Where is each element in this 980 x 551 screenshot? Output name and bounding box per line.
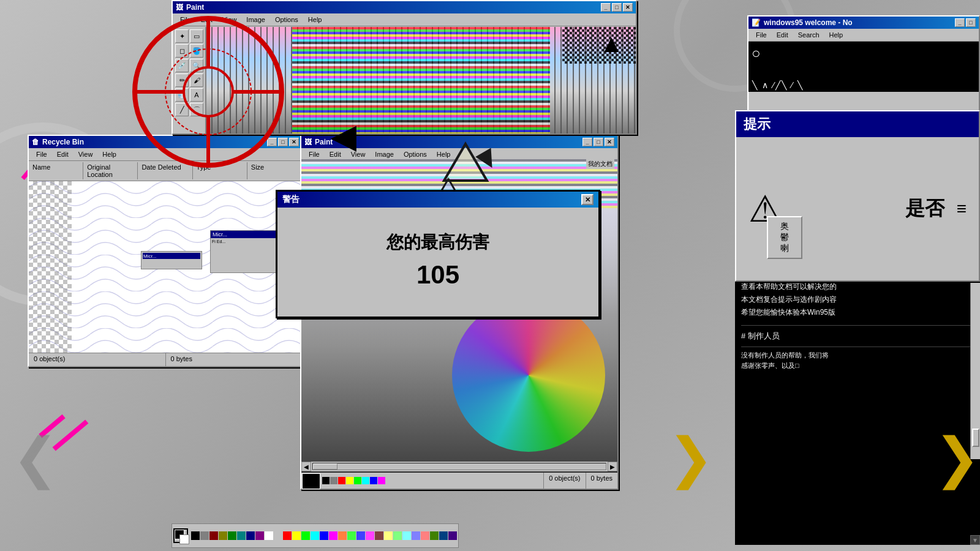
mini-window-1: Micr... Fi Ed... <box>210 230 284 273</box>
notepad-menu-search[interactable]: Search <box>793 30 824 40</box>
palette-steelblue[interactable] <box>439 531 448 540</box>
paint2-scroll-left[interactable]: ◀ <box>301 462 311 471</box>
palette-lightgreen[interactable] <box>347 531 356 540</box>
paint2-scroll-right[interactable]: ▶ <box>608 462 617 471</box>
notepad-content-panel: 查看本帮助文档可以解决您的 本文档复合提示与选作剧内容 希望您能愉快体验本Win… <box>735 276 980 545</box>
notepad-title-text: windows95 welcome - No <box>764 18 853 27</box>
bottom-color-palette <box>172 523 459 548</box>
palette-yellow[interactable] <box>292 531 301 540</box>
paint-close-btn[interactable]: ✕ <box>623 3 633 12</box>
notepad-scroll-down[interactable]: ▼ <box>970 535 980 545</box>
hamburger-menu[interactable]: ≡ <box>957 199 967 219</box>
palette-lightyellow[interactable] <box>384 531 393 540</box>
alert-body: 您的最高伤害 105 <box>277 208 598 313</box>
recycle-menu-edit[interactable]: Edit <box>52 149 74 159</box>
palette-gray[interactable] <box>200 531 209 540</box>
notepad-title-section: 📝 windows95 welcome - No <box>752 18 853 27</box>
palette-darkgreen[interactable] <box>228 531 236 540</box>
notepad-line-1: 查看本帮助文档可以解决您的 <box>741 282 974 292</box>
recycle-menu-view[interactable]: View <box>74 149 98 159</box>
nav-arrow-left[interactable]: ❮ <box>12 425 58 490</box>
nav-arrow-right-far[interactable]: ❯ <box>934 425 980 490</box>
notepad-cursor-area: ○ <box>748 42 979 78</box>
notepad-menu-edit[interactable]: Edit <box>772 30 793 40</box>
nav-arrow-right-mid[interactable]: ❯ <box>668 425 714 490</box>
palette-purple[interactable] <box>255 531 264 540</box>
recycle-menu-file[interactable]: File <box>31 149 52 159</box>
palette-lightblue[interactable] <box>356 531 365 540</box>
cs-black[interactable] <box>322 477 330 484</box>
notepad-titlebar[interactable]: 📝 windows95 welcome - No _ □ <box>748 17 979 29</box>
paint-cursor-arrow: ▲ <box>599 30 624 58</box>
cs-green[interactable] <box>354 477 361 484</box>
paint2-scrollbar[interactable] <box>312 463 606 470</box>
palette-teal[interactable] <box>237 531 246 540</box>
paint2-scroll-thumb[interactable] <box>313 463 337 470</box>
color-fg-bg[interactable] <box>173 528 188 543</box>
palette-periwinkle[interactable] <box>412 531 420 540</box>
paint2-close-btn[interactable]: ✕ <box>605 138 614 146</box>
palette-white[interactable] <box>265 531 273 540</box>
palette-blue[interactable] <box>320 531 328 540</box>
notepad-menu-help[interactable]: Help <box>824 30 848 40</box>
cs-blue[interactable] <box>370 477 377 484</box>
paint2-menu-file[interactable]: File <box>304 149 325 159</box>
paint-menu-help[interactable]: Help <box>303 15 327 24</box>
palette-fuchsia[interactable] <box>329 531 337 540</box>
paint2-menu-image[interactable]: Image <box>370 149 399 159</box>
notepad-menu-file[interactable]: File <box>751 30 772 40</box>
palette-palegreen[interactable] <box>393 531 402 540</box>
paint2-minimize-btn[interactable]: _ <box>582 138 592 146</box>
recycle-icon: 🗑 <box>32 138 39 146</box>
cs-yellow[interactable] <box>346 477 353 484</box>
paint2-status-size: 0 bytes <box>586 473 617 489</box>
holo-circle <box>452 299 605 452</box>
paint2-title: Paint <box>315 138 333 146</box>
cs-red[interactable] <box>338 477 345 484</box>
palette-cyan[interactable] <box>311 531 319 540</box>
paint-minimize-btn[interactable]: _ <box>601 3 611 12</box>
notepad-minimize-btn[interactable]: _ <box>955 18 965 27</box>
tishi-button[interactable]: 奥鬱喇 <box>767 216 802 259</box>
recycle-col-name[interactable]: Name <box>29 162 83 179</box>
recycle-status-size: 0 bytes <box>166 353 303 366</box>
palette-black[interactable] <box>191 531 200 540</box>
cs-gray[interactable] <box>330 477 337 484</box>
alert-close-btn[interactable]: ✕ <box>581 194 594 205</box>
notepad-line-8: 感谢张零声、以及□ <box>741 361 974 370</box>
alert-titlebar[interactable]: 警告 ✕ <box>277 192 598 208</box>
palette-yellowgreen[interactable] <box>430 531 439 540</box>
palette-red[interactable] <box>283 531 292 540</box>
notepad-credits-header: # 制作人员 <box>741 331 974 342</box>
cs-cyan[interactable] <box>362 477 369 484</box>
palette-olive[interactable] <box>219 531 227 540</box>
paint2-fg-color[interactable] <box>302 473 320 489</box>
palette-silver[interactable] <box>274 531 282 540</box>
paint-titlebar-buttons: _ □ ✕ <box>601 3 633 12</box>
palette-salmon[interactable] <box>421 531 429 540</box>
crosshair-overlay <box>123 6 294 178</box>
notepad-cursor: ○ <box>752 45 761 61</box>
alert-message: 您的最高伤害 <box>386 231 489 254</box>
paint2-titlebar-buttons: _ □ ✕ <box>582 138 614 146</box>
palette-indigo[interactable] <box>448 531 457 540</box>
palette-orchid[interactable] <box>366 531 374 540</box>
cs-magenta[interactable] <box>378 477 385 484</box>
palette-brown[interactable] <box>375 531 383 540</box>
paint-maximize-btn[interactable]: □ <box>612 3 622 12</box>
paint2-status-objects: 0 object(s) <box>543 473 585 489</box>
notepad-maximize-btn[interactable]: □ <box>966 18 976 27</box>
deco-small-window: Micr... <box>141 251 202 269</box>
paint2-maximize-btn[interactable]: □ <box>594 138 603 146</box>
recycle-menu-help[interactable]: Help <box>97 149 121 159</box>
notepad-line-7: 没有制作人员的帮助，我们将 <box>741 351 974 360</box>
palette-orange[interactable] <box>338 531 347 540</box>
tishi-titlebar[interactable]: 提示 <box>736 111 979 137</box>
palette-navy[interactable] <box>246 531 255 540</box>
notepad-icon: 📝 <box>752 18 761 27</box>
palette-lime[interactable] <box>301 531 310 540</box>
palette-lightcyan[interactable] <box>402 531 411 540</box>
palette-darkred[interactable] <box>209 531 218 540</box>
tishi-text: 是否 <box>794 195 944 222</box>
paint2-menu-options[interactable]: Options <box>399 149 432 159</box>
